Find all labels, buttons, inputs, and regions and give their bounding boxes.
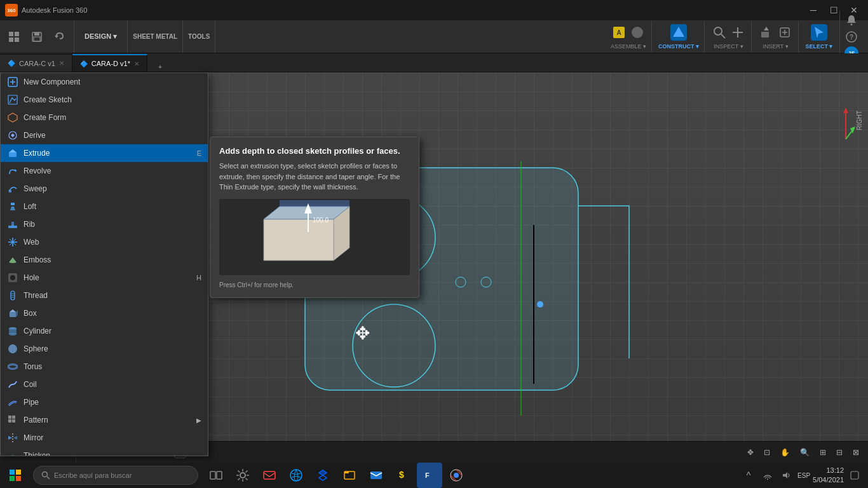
dropbox-taskbar-icon[interactable] [310,463,336,488]
grid-button[interactable]: ⊟ [832,446,846,459]
insert-btn1[interactable] [758,24,775,41]
menu-item-new-component[interactable]: New Component [1,73,208,91]
mirror-icon [7,432,18,444]
thread-icon [7,290,18,301]
main-toolbar: DESIGN ▾ SHEET METAL TOOLS A ASSEMBLE ▾ [0,20,868,53]
menu-item-derive[interactable]: Derive [1,126,208,144]
select-group: SELECT ▾ [800,22,838,52]
tab-close-button[interactable]: ✕ [134,60,139,67]
settings-taskbar-icon[interactable] [230,463,255,488]
menu-item-sphere[interactable]: Sphere [1,340,208,358]
fusion-taskbar-icon[interactable]: F [417,463,442,488]
taskbar-network-icon[interactable] [759,467,776,484]
tab-close-button[interactable]: ✕ [59,60,64,67]
system-clock[interactable]: 13:12 5/04/2021 [813,466,844,485]
svg-point-73 [8,344,17,353]
menu-item-box[interactable]: Box [1,304,208,322]
menu-item-thicken[interactable]: Thicken [1,447,208,456]
extrude-more-icon[interactable]: ⋮ [196,150,203,157]
menu-item-web[interactable]: Web [1,233,208,251]
create-menu: New Component Create Sketch Create Form … [0,72,208,456]
menu-item-torus[interactable]: Torus [1,358,208,376]
svg-rect-121 [370,471,382,479]
menu-item-sweep[interactable]: Sweep [1,180,208,198]
new-tab-button[interactable]: + [147,62,173,72]
svg-rect-113 [217,471,222,479]
construct-btn1[interactable] [670,24,687,41]
rib-icon [7,219,18,230]
menu-item-rib[interactable]: Rib [1,215,208,233]
tooltip-image: 100.0 [219,199,410,275]
svg-rect-128 [851,471,858,479]
email-taskbar-icon[interactable] [363,463,389,488]
web-icon [7,236,18,248]
menu-item-label: Box [24,309,201,318]
emboss-icon [7,254,18,266]
stock-taskbar-icon[interactable]: $ [390,463,416,488]
chrome-taskbar-icon[interactable] [444,463,469,488]
time-display: 13:12 [813,466,844,475]
revolve-icon [7,165,18,177]
mail-taskbar-icon[interactable] [257,463,282,488]
menu-item-hole[interactable]: Hole H [1,269,208,287]
svg-line-111 [47,477,50,479]
display-button[interactable]: ⊠ [849,446,863,459]
viewport-controls: ✥ ⊡ ✋ 🔍 ⊞ ⊟ ⊠ [738,446,868,459]
inspect-btn1[interactable] [711,24,728,41]
svg-marker-20 [815,27,824,38]
menu-item-cylinder[interactable]: Cylinder [1,322,208,340]
insert-label: INSERT ▾ [763,43,788,50]
menu-item-revolve[interactable]: Revolve [1,162,208,180]
search-bar[interactable]: Escribe aquí para buscar [33,466,198,485]
thicken-icon [7,450,18,456]
notification-center-button[interactable] [846,467,863,484]
notification-button[interactable] [844,13,859,27]
menu-item-emboss[interactable]: Emboss [1,251,208,269]
save-button[interactable] [27,28,47,46]
assemble-btn2[interactable] [629,24,646,41]
menu-item-coil[interactable]: Coil [1,376,208,393]
design-mode-button[interactable]: DESIGN ▾ [81,30,121,43]
menu-item-extrude[interactable]: Extrude E ⋮ [1,144,208,162]
fit-button[interactable]: ⊞ [816,446,830,459]
app-title: Autodesk Fusion 360 [22,6,87,14]
help-button[interactable]: ? [844,30,859,44]
view-button[interactable]: ⊡ [760,446,774,459]
svg-rect-120 [344,471,349,473]
inspect-group: INSPECT ▾ [706,22,752,52]
design-label: DESIGN ▾ [85,32,117,41]
svg-rect-107 [16,470,21,475]
files-taskbar-icon[interactable] [337,463,362,488]
taskview-button[interactable] [203,463,229,488]
toolbar-icon-btn[interactable] [4,28,24,46]
windows-taskbar: Escribe aquí para buscar $ F [0,463,868,488]
menu-item-label: Rib [24,220,201,229]
menu-item-label: Revolve [24,166,201,175]
zoom-button[interactable]: 🔍 [796,446,813,459]
svg-marker-118 [319,470,327,475]
tab-cara-c[interactable]: 🔷 CARA-C v1 ✕ [0,54,72,72]
inspect-btn2[interactable] [729,24,746,41]
taskbar-volume-icon[interactable] [778,467,795,484]
svg-text:100.0: 100.0 [313,217,329,224]
menu-item-create-form[interactable]: Create Form [1,109,208,126]
new-component-icon [7,76,18,88]
select-btn1[interactable] [811,24,827,41]
menu-item-pipe[interactable]: Pipe [1,393,208,411]
menu-item-create-sketch[interactable]: Create Sketch [1,91,208,109]
menu-item-loft[interactable]: Loft [1,198,208,215]
assemble-btn1[interactable]: A [611,24,627,41]
tabs-bar: 🔷 CARA-C v1 ✕ 🔷 CARA-D v1* ✕ + [0,53,868,72]
hand-button[interactable]: ✋ [776,446,794,459]
menu-item-thread[interactable]: Thread [1,287,208,304]
svg-rect-56 [11,222,14,226]
tab-cara-d[interactable]: 🔷 CARA-D v1* ✕ [72,54,147,72]
start-button[interactable] [0,463,31,488]
insert-btn2[interactable] [776,24,793,41]
taskbar-overflow-button[interactable]: ^ [740,467,757,484]
move-button[interactable]: ✥ [743,446,757,459]
menu-item-mirror[interactable]: Mirror [1,429,208,447]
menu-item-pattern[interactable]: Pattern ▶ [1,411,208,429]
undo-button[interactable] [50,28,70,46]
browser-taskbar-icon[interactable] [283,463,309,488]
